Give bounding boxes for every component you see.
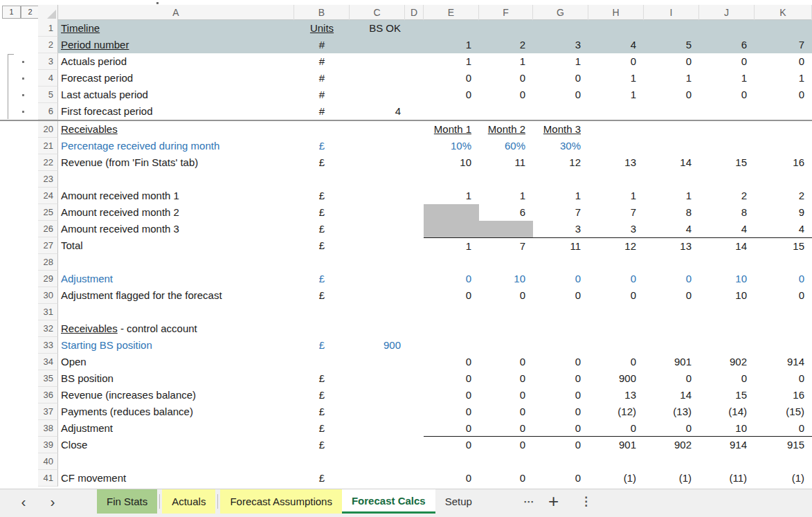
cell-a23[interactable]	[58, 171, 294, 188]
more-sheets-icon[interactable]: ⋯	[523, 489, 534, 514]
column-header-g[interactable]: G	[533, 5, 588, 20]
cell-k39[interactable]: 915	[755, 437, 812, 453]
cell-c29[interactable]	[350, 271, 405, 287]
cell-f37[interactable]: 0	[479, 403, 533, 420]
row-header-22[interactable]: 22	[38, 154, 58, 171]
cell-c27[interactable]	[350, 237, 405, 254]
cell-c36[interactable]	[350, 387, 405, 403]
cell-f39[interactable]: 0	[479, 437, 533, 453]
cell-g39[interactable]: 0	[533, 437, 588, 453]
cell-g36[interactable]: 0	[533, 387, 588, 403]
cell-i4[interactable]: 1	[644, 70, 699, 87]
cell-f1[interactable]	[479, 20, 533, 37]
column-header-c[interactable]: C	[350, 5, 405, 20]
cell-b2[interactable]: #	[294, 37, 350, 53]
cell-j41[interactable]: (11)	[699, 470, 755, 487]
cell-f38[interactable]: 0	[479, 420, 533, 437]
cell-d1[interactable]	[405, 20, 424, 37]
cell-f25[interactable]: 6	[479, 204, 533, 221]
cell-b39[interactable]: £	[294, 437, 350, 453]
row-header-39[interactable]: 39	[38, 437, 58, 453]
cell-c5[interactable]	[350, 87, 405, 103]
row-header-36[interactable]: 36	[38, 387, 58, 403]
cell-f3[interactable]: 1	[479, 53, 533, 70]
cell-c24[interactable]	[350, 188, 405, 204]
cell-h29[interactable]: 0	[588, 271, 644, 287]
cell-k35[interactable]: 0	[755, 370, 812, 387]
cell-e3[interactable]: 1	[424, 53, 479, 70]
cell-a1[interactable]: Timeline	[58, 20, 294, 37]
cell-a39[interactable]: Close	[58, 437, 294, 453]
cell-j2[interactable]: 6	[699, 37, 755, 53]
cell-c1[interactable]: BS OK	[350, 20, 405, 37]
cell-i25[interactable]: 8	[644, 204, 699, 221]
cell-g30[interactable]: 0	[533, 287, 588, 304]
cell-j31[interactable]	[699, 304, 755, 320]
cell-e32[interactable]	[424, 320, 479, 337]
cell-e37[interactable]: 0	[424, 403, 479, 420]
cell-f23[interactable]	[479, 171, 533, 188]
cell-k6[interactable]	[755, 103, 812, 120]
cell-e34[interactable]: 0	[424, 354, 479, 370]
row-header-37[interactable]: 37	[38, 403, 58, 420]
cell-f30[interactable]: 0	[479, 287, 533, 304]
cell-g40[interactable]	[533, 453, 588, 470]
cell-a5[interactable]: Last actuals period	[58, 87, 294, 103]
column-header-h[interactable]: H	[588, 5, 644, 20]
outline-level-2-button[interactable]: 2	[21, 6, 39, 19]
cell-e39[interactable]: 0	[424, 437, 479, 453]
cell-f2[interactable]: 2	[479, 37, 533, 53]
cell-e27[interactable]: 1	[424, 237, 479, 254]
cell-b21[interactable]: £	[294, 138, 350, 154]
cell-k32[interactable]	[755, 320, 812, 337]
cell-j36[interactable]: 15	[699, 387, 755, 403]
cell-a3[interactable]: Actuals period	[58, 53, 294, 70]
cell-i34[interactable]: 901	[644, 354, 699, 370]
cell-f35[interactable]: 0	[479, 370, 533, 387]
cell-g3[interactable]: 1	[533, 53, 588, 70]
cell-k37[interactable]: (15)	[755, 403, 812, 420]
cell-a6[interactable]: First forecast period	[58, 103, 294, 120]
cell-d38[interactable]	[405, 420, 424, 437]
cell-g25[interactable]: 7	[533, 204, 588, 221]
cell-j35[interactable]: 0	[699, 370, 755, 387]
cell-k4[interactable]: 1	[755, 70, 812, 87]
cell-h35[interactable]: 900	[588, 370, 644, 387]
cell-j32[interactable]	[699, 320, 755, 337]
cell-a30[interactable]: Adjustment flagged for the forecast	[58, 287, 294, 304]
row-header-29[interactable]: 29	[38, 271, 58, 287]
column-header-j[interactable]: J	[699, 5, 755, 20]
cell-f33[interactable]	[479, 337, 533, 354]
cell-d33[interactable]	[405, 337, 424, 354]
cell-e38[interactable]: 0	[424, 420, 479, 437]
new-sheet-button[interactable]: +	[548, 489, 559, 514]
cell-b25[interactable]: £	[294, 204, 350, 221]
cell-i6[interactable]	[644, 103, 699, 120]
cell-k29[interactable]: 0	[755, 271, 812, 287]
cell-a37[interactable]: Payments (reduces balance)	[58, 403, 294, 420]
cell-i1[interactable]	[644, 20, 699, 37]
cell-b34[interactable]	[294, 354, 350, 370]
cell-k30[interactable]: 0	[755, 287, 812, 304]
cell-j25[interactable]: 8	[699, 204, 755, 221]
cell-d4[interactable]	[405, 70, 424, 87]
cell-k21[interactable]	[755, 138, 812, 154]
cell-j40[interactable]	[699, 453, 755, 470]
cell-h30[interactable]: 0	[588, 287, 644, 304]
cell-e4[interactable]: 0	[424, 70, 479, 87]
cell-b5[interactable]: #	[294, 87, 350, 103]
cell-g6[interactable]	[533, 103, 588, 120]
cell-e22[interactable]: 10	[424, 154, 479, 171]
row-header-38[interactable]: 38	[38, 420, 58, 437]
cell-i23[interactable]	[644, 171, 699, 188]
cell-g4[interactable]: 0	[533, 70, 588, 87]
cell-a25[interactable]: Amount received month 2	[58, 204, 294, 221]
column-header-k[interactable]: K	[755, 5, 812, 20]
cell-k23[interactable]	[755, 171, 812, 188]
cell-i3[interactable]: 0	[644, 53, 699, 70]
tab-setup[interactable]: Setup	[435, 489, 482, 514]
cell-k27[interactable]: 15	[755, 237, 812, 254]
cell-k24[interactable]: 2	[755, 188, 812, 204]
cell-a22[interactable]: Revenue (from 'Fin Stats' tab)	[58, 154, 294, 171]
cell-c3[interactable]	[350, 53, 405, 70]
